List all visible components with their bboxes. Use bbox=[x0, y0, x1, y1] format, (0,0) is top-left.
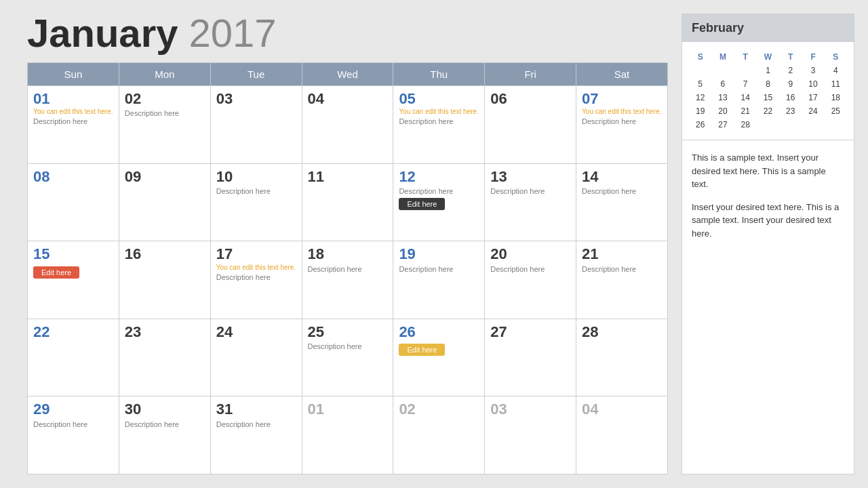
day-number: 11 bbox=[308, 168, 388, 186]
calendar-cell: 02 bbox=[393, 396, 485, 474]
day-number: 15 bbox=[33, 245, 113, 263]
mini-cal-day: 12 bbox=[689, 91, 711, 104]
day-number: 25 bbox=[308, 323, 388, 341]
year: 2017 bbox=[189, 11, 277, 55]
sidebar-text-block: This is a sample text. Insert your desir… bbox=[682, 140, 854, 474]
day-description: Description here bbox=[308, 265, 388, 273]
dow-header: Fri bbox=[485, 63, 576, 86]
day-description: Description here bbox=[308, 342, 388, 350]
day-number: 31 bbox=[216, 401, 296, 418]
dow-header: Sat bbox=[576, 63, 668, 86]
calendar-cell: 04 bbox=[576, 396, 668, 474]
mini-cal-day: 23 bbox=[779, 104, 802, 118]
day-number: 20 bbox=[490, 245, 570, 263]
calendar-cell: 08 bbox=[28, 163, 119, 241]
day-number: 17 bbox=[216, 245, 296, 263]
mini-dow-header: T bbox=[734, 50, 757, 64]
calendar-cell: 29Description here bbox=[28, 396, 119, 474]
day-description: Description here bbox=[399, 117, 479, 125]
mini-cal-day: 19 bbox=[689, 104, 711, 118]
mini-cal-day: 5 bbox=[689, 77, 711, 91]
mini-cal-day: 25 bbox=[825, 104, 847, 118]
day-number: 28 bbox=[582, 323, 662, 341]
mini-cal-day: 3 bbox=[802, 64, 824, 77]
page-title: January 2017 bbox=[27, 14, 668, 53]
day-number: 24 bbox=[216, 323, 296, 341]
mini-cal-day: 27 bbox=[711, 118, 734, 131]
mini-cal-day: 16 bbox=[779, 91, 802, 104]
mini-cal-day bbox=[711, 64, 734, 77]
mini-cal-day: 18 bbox=[825, 91, 847, 104]
mini-cal-grid: SMTWTFS 12345678910111213141516171819202… bbox=[689, 50, 847, 131]
day-number: 02 bbox=[399, 401, 479, 418]
calendar-cell: 19Description here bbox=[393, 241, 485, 319]
day-description: Description here bbox=[125, 420, 205, 428]
day-description: Description here bbox=[33, 117, 113, 125]
dow-header: Sun bbox=[28, 63, 119, 86]
mini-cal-day: 17 bbox=[802, 91, 824, 104]
mini-cal-day: 21 bbox=[734, 104, 757, 118]
mini-cal-day: 9 bbox=[779, 77, 802, 91]
mini-cal-day: 8 bbox=[757, 77, 779, 91]
day-number: 07 bbox=[582, 90, 662, 108]
calendar-cell: 24 bbox=[210, 319, 302, 396]
calendar-cell: 10Description here bbox=[210, 163, 302, 241]
edit-hint[interactable]: You can edit this text here. bbox=[399, 108, 479, 116]
day-description: Description here bbox=[490, 265, 570, 273]
day-description: Description here bbox=[582, 187, 662, 195]
calendar-cell: 25Description here bbox=[302, 319, 393, 396]
calendar-cell: 23 bbox=[119, 319, 210, 396]
day-description: Description here bbox=[399, 187, 479, 195]
calendar-cell: 11 bbox=[302, 163, 393, 241]
mini-cal-day: 24 bbox=[802, 104, 824, 118]
day-number: 30 bbox=[125, 401, 205, 418]
edit-hint[interactable]: You can edit this text here. bbox=[216, 264, 296, 272]
mini-cal-day bbox=[779, 118, 802, 131]
mini-cal-day: 4 bbox=[825, 64, 847, 77]
mini-dow-header: T bbox=[779, 50, 802, 64]
event-button[interactable]: Edit here bbox=[399, 198, 445, 210]
calendar-cell: 14Description here bbox=[576, 163, 668, 241]
dow-header: Thu bbox=[393, 63, 485, 86]
day-description: Description here bbox=[216, 420, 296, 428]
day-number: 13 bbox=[490, 168, 570, 186]
mini-cal-day: 14 bbox=[734, 91, 757, 104]
day-number: 05 bbox=[399, 90, 479, 108]
calendar-cell: 06 bbox=[485, 86, 576, 164]
mini-cal-day: 22 bbox=[757, 104, 779, 118]
mini-cal-day: 13 bbox=[711, 91, 734, 104]
mini-dow-header: W bbox=[757, 50, 779, 64]
event-button[interactable]: Edit here bbox=[399, 344, 445, 356]
mini-cal-day bbox=[825, 118, 847, 131]
calendar-cell: 31Description here bbox=[210, 396, 302, 474]
edit-hint[interactable]: You can edit this text here. bbox=[582, 108, 662, 116]
mini-cal-day: 7 bbox=[734, 77, 757, 91]
calendar-cell: 09 bbox=[119, 163, 210, 241]
dow-header: Mon bbox=[119, 63, 210, 86]
calendar-cell: 01You can edit this text here.Descriptio… bbox=[28, 86, 119, 164]
calendar-cell: 28 bbox=[576, 319, 668, 396]
day-number: 09 bbox=[125, 168, 205, 186]
day-number: 03 bbox=[216, 90, 296, 108]
calendar-cell: 21Description here bbox=[576, 241, 668, 319]
mini-cal-day bbox=[734, 64, 757, 77]
day-number: 04 bbox=[582, 401, 662, 418]
main-calendar: January 2017 SunMonTueWedThuFriSat 01You… bbox=[27, 14, 668, 474]
day-number: 01 bbox=[33, 90, 113, 108]
mini-cal-day: 10 bbox=[802, 77, 824, 91]
main-calendar-table: SunMonTueWedThuFriSat 01You can edit thi… bbox=[27, 62, 668, 474]
mini-cal-day bbox=[689, 64, 711, 77]
day-number: 27 bbox=[490, 323, 570, 341]
edit-hint[interactable]: You can edit this text here. bbox=[33, 108, 113, 116]
day-number: 23 bbox=[125, 323, 205, 341]
event-button[interactable]: Edit here bbox=[33, 266, 79, 279]
mini-cal-day: 15 bbox=[757, 91, 779, 104]
calendar-cell: 03 bbox=[210, 86, 302, 164]
day-description: Description here bbox=[33, 420, 113, 428]
calendar-cell: 27 bbox=[485, 319, 576, 396]
day-number: 21 bbox=[582, 245, 662, 263]
day-number: 08 bbox=[33, 168, 113, 186]
day-number: 18 bbox=[308, 245, 388, 263]
day-description: Description here bbox=[399, 265, 479, 273]
calendar-cell: 30Description here bbox=[119, 396, 210, 474]
